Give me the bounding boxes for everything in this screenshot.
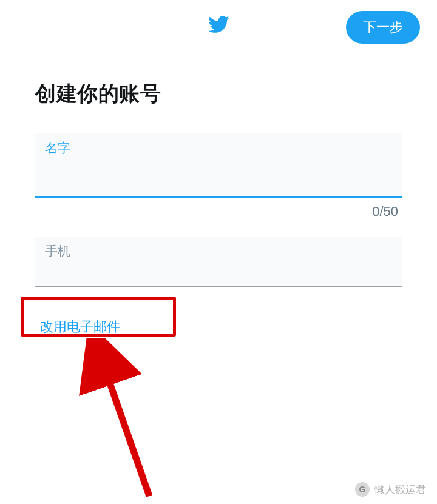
svg-line-1 bbox=[100, 354, 149, 496]
annotation-arrow-icon bbox=[76, 338, 174, 504]
watermark-text: 懒人搬运君 bbox=[374, 483, 426, 497]
page-title: 创建你的账号 bbox=[35, 80, 402, 108]
phone-input-group[interactable]: 手机 bbox=[35, 237, 402, 287]
name-input[interactable] bbox=[45, 156, 392, 174]
use-email-link[interactable]: 改用电子邮件 bbox=[35, 312, 125, 342]
phone-input[interactable] bbox=[45, 260, 392, 277]
wechat-icon: G bbox=[355, 482, 370, 497]
watermark: G 懒人搬运君 bbox=[355, 482, 426, 497]
twitter-logo-icon bbox=[208, 13, 229, 38]
next-button[interactable]: 下一步 bbox=[346, 11, 420, 44]
name-input-group[interactable]: 名字 bbox=[35, 133, 402, 198]
phone-label: 手机 bbox=[45, 243, 392, 260]
name-label: 名字 bbox=[45, 139, 392, 156]
name-counter: 0/50 bbox=[35, 204, 402, 220]
